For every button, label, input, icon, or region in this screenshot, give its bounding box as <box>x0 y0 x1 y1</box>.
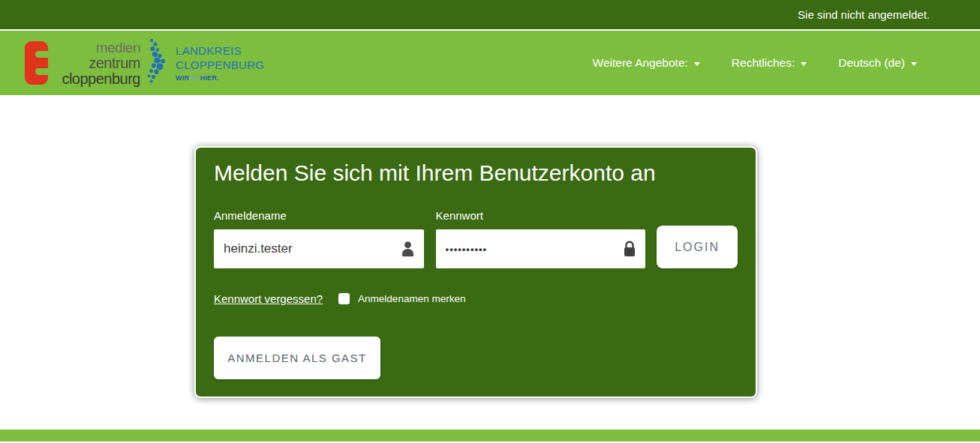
logo-line-cloppenburg: cloppenburg <box>51 71 140 86</box>
forgot-password-link[interactable]: Kennwort vergessen? <box>214 292 323 305</box>
footer-bar <box>0 430 980 442</box>
username-label: Anmeldename <box>214 209 424 222</box>
nav-rechtliches[interactable]: Rechtliches: <box>732 56 807 70</box>
caret-down-icon <box>694 62 700 66</box>
landkreis-line1: LANDKREIS <box>176 45 264 56</box>
username-input[interactable] <box>214 229 424 268</box>
nav-language-selector[interactable]: Deutsch (de) <box>838 56 917 70</box>
remember-username-checkbox[interactable] <box>338 293 350 304</box>
main-content: Melden Sie sich mit Ihrem Benutzerkonto … <box>0 95 980 430</box>
topbar: Sie sind nicht angemeldet. <box>0 0 980 31</box>
landkreis-text-block: LANDKREIS CLOPPENBURG WIRISTHIER. <box>176 45 264 82</box>
password-input-wrap <box>436 229 646 268</box>
site-logo[interactable]: medien zentrum cloppenburg <box>25 37 264 88</box>
lock-icon <box>623 241 636 257</box>
login-form-row: Anmeldename Kennwort <box>214 209 738 268</box>
logo-line-medien: medien <box>51 40 140 55</box>
logo-line-zentrum: zentrum <box>51 55 140 70</box>
caret-down-icon <box>801 62 807 66</box>
user-icon <box>401 241 415 257</box>
login-card: Melden Sie sich mit Ihrem Benutzerkonto … <box>194 146 757 398</box>
password-label: Kennwort <box>436 209 646 222</box>
medienzentrum-logo-icon <box>25 41 48 85</box>
header: medien zentrum cloppenburg <box>0 31 980 95</box>
login-options-row: Kennwort vergessen? Anmeldenamen merken <box>214 292 738 305</box>
remember-username-label: Anmeldenamen merken <box>358 293 465 304</box>
header-nav: Weitere Angebote: Rechtliches: Deutsch (… <box>593 56 917 70</box>
username-input-wrap <box>214 229 424 268</box>
login-status-text: Sie sind nicht angemeldet. <box>798 8 930 21</box>
logo-name-text: medien zentrum cloppenburg <box>51 40 140 86</box>
nav-weitere-angebote-label: Weitere Angebote: <box>593 56 688 70</box>
password-input[interactable] <box>436 229 646 268</box>
tagline-ist: IST <box>189 74 200 82</box>
caret-down-icon <box>911 62 917 66</box>
landkreis-tagline: WIRISTHIER. <box>176 75 264 82</box>
nav-rechtliches-label: Rechtliches: <box>732 56 795 70</box>
landkreis-dots-icon <box>145 37 170 88</box>
login-button[interactable]: LOGIN <box>657 226 738 268</box>
login-title: Melden Sie sich mit Ihrem Benutzerkonto … <box>214 148 738 187</box>
guest-login-button[interactable]: ANMELDEN ALS GAST <box>214 337 380 379</box>
nav-language-label: Deutsch (de) <box>838 56 905 70</box>
nav-weitere-angebote[interactable]: Weitere Angebote: <box>593 56 700 70</box>
username-field-group: Anmeldename <box>214 209 424 268</box>
password-field-group: Kennwort <box>436 209 646 268</box>
landkreis-line2: CLOPPENBURG <box>176 59 264 70</box>
tagline-wir: WIR <box>176 74 189 82</box>
tagline-hier: HIER. <box>200 74 219 82</box>
